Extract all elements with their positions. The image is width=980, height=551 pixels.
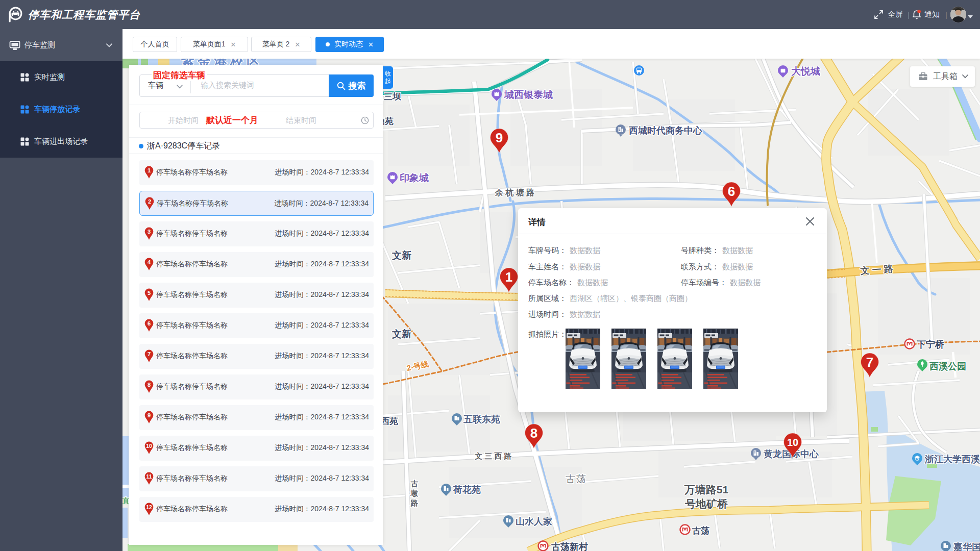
svg-text:山水人家: 山水人家 — [516, 516, 552, 527]
svg-text:号地矿桥: 号地矿桥 — [684, 498, 728, 510]
svg-text:4: 4 — [148, 259, 151, 265]
svg-text:11: 11 — [146, 474, 152, 480]
svg-text:西苑: 西苑 — [380, 416, 398, 426]
svg-text:三坝: 三坝 — [384, 92, 401, 102]
svg-text:7: 7 — [148, 351, 151, 357]
svg-text:6: 6 — [728, 184, 735, 199]
svg-text:8: 8 — [530, 425, 537, 441]
svg-text:文 三 西 路: 文 三 西 路 — [474, 452, 512, 460]
svg-text:5: 5 — [148, 290, 151, 296]
svg-text:6: 6 — [148, 320, 151, 327]
svg-text:余 杭 塘 路: 余 杭 塘 路 — [495, 188, 534, 197]
svg-text:3: 3 — [148, 229, 151, 235]
svg-text:下宁桥: 下宁桥 — [916, 339, 945, 349]
svg-text:古荡: 古荡 — [566, 473, 587, 484]
svg-text:古荡新村: 古荡新村 — [551, 542, 589, 551]
svg-text:古荡: 古荡 — [692, 526, 709, 536]
svg-text:2: 2 — [148, 198, 151, 205]
svg-text:9: 9 — [148, 412, 151, 418]
svg-text:西城时代商务中心: 西城时代商务中心 — [628, 126, 703, 136]
svg-text:7: 7 — [866, 355, 873, 370]
svg-text:8: 8 — [148, 382, 151, 388]
svg-text:10: 10 — [146, 443, 152, 449]
svg-text:9: 9 — [496, 130, 503, 145]
svg-text:五联东苑: 五联东苑 — [463, 414, 500, 424]
svg-text:万塘路51: 万塘路51 — [684, 484, 729, 495]
svg-text:印象城: 印象城 — [400, 172, 429, 183]
svg-text:荷花苑: 荷花苑 — [453, 485, 481, 495]
svg-text:1: 1 — [505, 269, 512, 285]
svg-text:大悦城: 大悦城 — [791, 66, 820, 77]
svg-text:西溪公园: 西溪公园 — [929, 361, 966, 371]
svg-text:浙江大学西溪: 浙江大学西溪 — [924, 454, 980, 464]
svg-text:10: 10 — [787, 437, 798, 448]
svg-text:嘉华国际商务: 嘉华国际商务 — [953, 542, 980, 551]
svg-text:文新: 文新 — [391, 329, 411, 339]
svg-text:12: 12 — [146, 505, 152, 510]
svg-text:城西银泰城: 城西银泰城 — [504, 89, 553, 100]
svg-text:1: 1 — [148, 167, 151, 173]
svg-text:文新: 文新 — [391, 250, 411, 261]
svg-text:古墩路: 古墩路 — [410, 479, 419, 507]
